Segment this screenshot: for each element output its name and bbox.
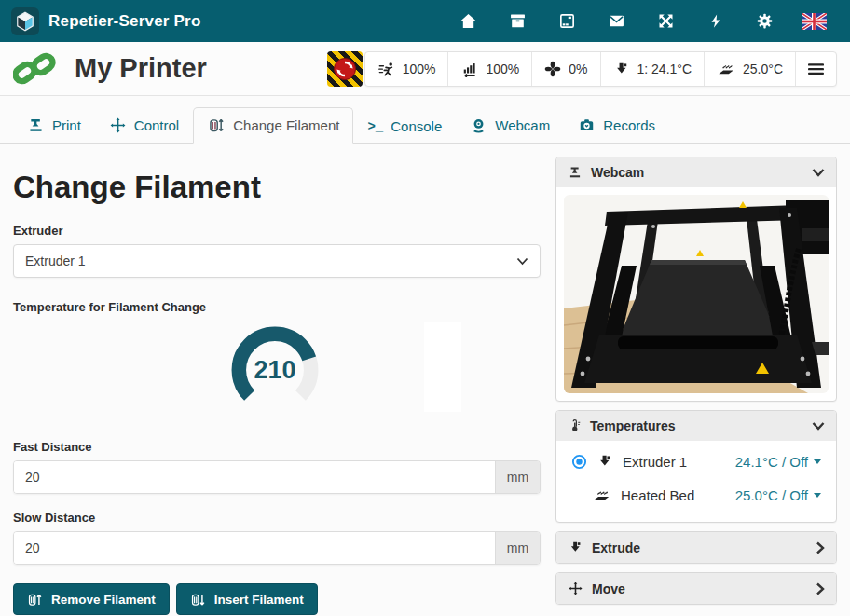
change-filament-icon (207, 116, 226, 134)
webcam-body (556, 187, 836, 401)
temperature-label: Temperature for Filament Change (13, 300, 541, 314)
temperature-row-extruder: Extruder 1 24.1°C / Off (571, 445, 821, 478)
tab-webcam[interactable]: Webcam (456, 107, 564, 144)
slow-distance-group: mm (13, 531, 541, 565)
webcam-panel-header[interactable]: Webcam (556, 157, 836, 187)
tab-label: Records (603, 117, 655, 133)
temperature-row-bed: Heated Bed 25.0°C / Off (571, 478, 821, 513)
extruder-status[interactable]: 1: 24.1°C (600, 52, 705, 86)
printer-header: My Printer 100% 100% 0% (0, 42, 850, 96)
tab-label: Print (52, 117, 81, 133)
tab-control[interactable]: Control (95, 107, 193, 144)
status-cluster: 100% 100% 0% 1: 24.1°C 25.0°C (327, 51, 837, 87)
extruder-icon (596, 453, 613, 470)
move-panel-title: Move (592, 582, 625, 596)
webcam-panel-title: Webcam (591, 165, 644, 180)
printer-menu-button[interactable] (795, 52, 836, 86)
print-icon (27, 116, 45, 134)
slow-distance-unit: mm (495, 532, 540, 564)
chevron-right-icon (816, 582, 825, 595)
power-button[interactable] (691, 0, 740, 42)
remove-filament-button[interactable]: Remove Filament (13, 583, 170, 615)
fan-value: 0% (569, 62, 587, 76)
bed-temp-value: 25.0°C / Off (735, 487, 808, 503)
chevron-down-icon (516, 257, 528, 266)
messages-button[interactable] (592, 0, 641, 42)
archive-button[interactable] (493, 0, 542, 42)
move-panel-header[interactable]: Move (556, 573, 836, 604)
printer-status-bar: 100% 100% 0% 1: 24.1°C 25.0°C (364, 51, 837, 87)
temperature-value: 210 (254, 356, 295, 384)
temperature-knob[interactable]: 210 (226, 321, 324, 419)
navbar: Repetier-Server Pro (0, 0, 850, 42)
fan-status[interactable]: 0% (531, 52, 599, 86)
slow-distance-label: Slow Distance (13, 511, 541, 525)
extruder-select-value: Extruder 1 (25, 253, 86, 268)
fast-distance-group: mm (13, 460, 541, 494)
printer-tabs: Print Control Change Filament >_ Console… (0, 96, 850, 144)
temperature-row-name: Heated Bed (621, 487, 694, 503)
filament-up-icon (27, 592, 43, 608)
console-icon: >_ (367, 119, 383, 134)
extrude-panel: Extrude (555, 531, 837, 564)
home-icon (459, 11, 478, 31)
webcam-icon (470, 116, 487, 134)
temperature-row-name: Extruder 1 (623, 454, 687, 470)
move-icon (568, 581, 583, 596)
tab-label: Webcam (495, 117, 550, 133)
slow-distance-input[interactable] (14, 532, 495, 564)
settings-button[interactable] (740, 0, 789, 42)
extruder-label: Extruder (13, 224, 541, 238)
brand-title: Repetier-Server Pro (48, 12, 200, 31)
heated-bed-icon (591, 486, 611, 504)
bed-temp-dropdown[interactable]: 25.0°C / Off (735, 487, 821, 503)
extruder-select[interactable]: Extruder 1 (13, 244, 541, 278)
remove-filament-label: Remove Filament (51, 593, 156, 607)
settings-icon (755, 11, 775, 31)
flow-icon (460, 61, 478, 77)
tab-change-filament[interactable]: Change Filament (193, 107, 353, 144)
extruder-temp-dropdown[interactable]: 24.1°C / Off (735, 454, 821, 470)
webcam-image[interactable] (564, 195, 829, 393)
chevron-down-icon (812, 168, 825, 177)
navbar-icons (444, 0, 839, 42)
bed-value: 25.0°C (743, 62, 783, 76)
heated-bed-icon (717, 61, 735, 77)
extruder-temp-value: 24.1°C / Off (735, 454, 808, 470)
speed-status[interactable]: 100% (365, 52, 448, 86)
flow-value: 100% (486, 62, 519, 76)
page-title: My Printer (75, 53, 207, 84)
menu-icon (808, 62, 824, 76)
chevron-right-icon (816, 541, 825, 554)
temperatures-panel-header[interactable]: Temperatures (556, 411, 836, 441)
emergency-stop-icon (332, 56, 358, 82)
extrude-panel-header[interactable]: Extrude (556, 532, 836, 563)
brand[interactable]: Repetier-Server Pro (11, 7, 200, 35)
insert-filament-button[interactable]: Insert Filament (176, 583, 318, 615)
extruder-icon (568, 540, 583, 555)
tab-print[interactable]: Print (13, 107, 95, 144)
messages-icon (607, 11, 626, 31)
fast-distance-input[interactable] (14, 461, 495, 493)
control-move-icon (109, 116, 127, 134)
bed-status[interactable]: 25.0°C (704, 52, 795, 86)
active-radio-icon[interactable] (571, 454, 587, 470)
models-button[interactable] (542, 0, 592, 42)
home-button[interactable] (444, 0, 493, 42)
speed-value: 100% (403, 62, 436, 76)
webcam-panel: Webcam (555, 157, 837, 402)
tab-label: Change Filament (233, 117, 339, 133)
extruder-value: 1: 24.1°C (638, 62, 692, 76)
temperatures-panel: Temperatures Extruder 1 24.1°C / Off Hea… (555, 410, 837, 523)
models-icon (557, 11, 577, 31)
tab-records[interactable]: Records (564, 107, 669, 144)
fullscreen-button[interactable] (641, 0, 691, 42)
tab-label: Control (134, 117, 179, 133)
emergency-stop-button[interactable] (327, 51, 363, 87)
fullscreen-icon (656, 11, 676, 31)
tab-console[interactable]: >_ Console (353, 109, 456, 144)
flow-status[interactable]: 100% (447, 52, 531, 86)
language-button[interactable] (789, 0, 839, 42)
chevron-down-icon (812, 421, 825, 431)
filament-down-icon (190, 592, 206, 608)
